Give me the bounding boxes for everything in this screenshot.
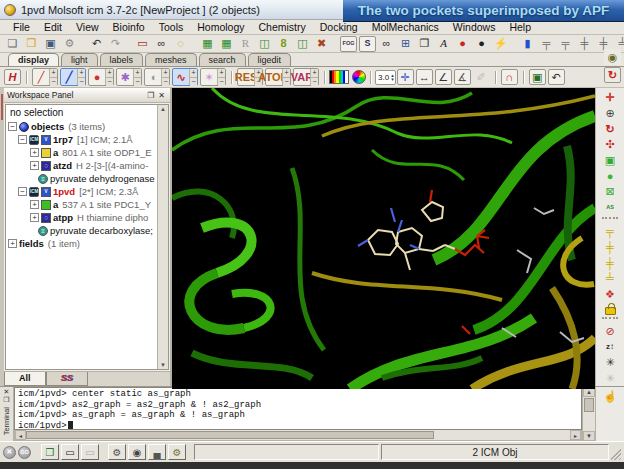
menu-bioinfo[interactable]: Bioinfo <box>106 21 152 33</box>
color-wheel-icon[interactable] <box>352 70 366 84</box>
scroll-left-icon[interactable]: ◂ <box>15 430 26 440</box>
target-center-icon[interactable]: ◉ <box>604 49 621 65</box>
expand-icon[interactable]: + <box>30 161 39 170</box>
scroll-right-icon[interactable]: ▸ <box>570 430 581 440</box>
terminal-vscrollbar[interactable]: ▲ ▼ <box>582 387 595 441</box>
surface-fan-icon[interactable]: ❖ <box>600 287 620 303</box>
tree-row-chain-a-1pvd[interactable]: + a 537 A 1 site PDC1_Y <box>8 198 157 211</box>
terminal-close-icon[interactable]: ✕ <box>2 388 12 396</box>
menu-chemistry[interactable]: Chemistry <box>252 21 313 33</box>
radius-spinner[interactable]: 3.0▴▾ <box>375 70 396 85</box>
tab-light[interactable]: light <box>61 53 98 66</box>
menu-edit[interactable]: Edit <box>37 21 69 33</box>
terminal-hscrollbar[interactable]: ◂ ▸ <box>14 430 582 441</box>
fog-toggle[interactable]: FOG <box>340 36 357 52</box>
slab-on-icon[interactable]: ▮ <box>519 36 536 52</box>
restore-view-icon[interactable]: ↶ <box>548 69 565 85</box>
mesh-select-icon[interactable]: ⊠ <box>600 184 620 200</box>
tree-row-dehydrogenase[interactable]: ≡ pyruvate dehydrogenase <box>8 172 157 185</box>
spin-down-icon[interactable]: ▾ <box>391 77 394 82</box>
workspace-close-icon[interactable]: ✕ <box>156 91 167 100</box>
hscroll-thumb[interactable] <box>26 431 434 439</box>
move-tool-icon[interactable]: ✛ <box>600 90 620 106</box>
clip-back-icon[interactable]: ╧ <box>600 271 620 287</box>
undo-icon[interactable]: ↶ <box>88 36 105 52</box>
find-icon[interactable]: ∞ <box>153 36 170 52</box>
collapse-icon[interactable]: − <box>8 122 17 131</box>
scroll-up-icon[interactable]: ▲ <box>160 106 166 112</box>
expand-icon[interactable]: + <box>8 239 17 248</box>
workspace-pin-icon[interactable]: ❐ <box>145 91 156 100</box>
title-bar[interactable]: 1pvd Molsoft icm 3.7-2c [NewProject ] (2… <box>0 0 624 20</box>
go-button[interactable]: GO <box>18 446 31 459</box>
expand-icon[interactable]: + <box>30 213 39 222</box>
terminal-pin-icon[interactable]: ❐ <box>1 396 11 404</box>
var-label-button[interactable]: VAR+− <box>293 68 319 86</box>
slab-front2-icon[interactable]: ╤ <box>557 36 574 52</box>
tab-display[interactable]: display <box>8 53 59 66</box>
tree-row-fields[interactable]: + fields (1 item) <box>8 237 157 250</box>
tab-ss[interactable]: SS <box>46 372 88 386</box>
redo-icon[interactable]: ↷ <box>107 36 124 52</box>
expand-icon[interactable]: + <box>30 148 39 157</box>
select-sphere-icon[interactable]: ● <box>600 168 620 184</box>
center-view-icon[interactable]: ✛ <box>397 69 414 85</box>
collapse-icon[interactable]: − <box>18 187 27 196</box>
tree-row-atpp[interactable]: + ○ atpp H thiamine dipho <box>8 211 157 224</box>
clip-mid2-icon[interactable]: ╪ <box>600 255 620 271</box>
expand-icon[interactable]: + <box>30 200 39 209</box>
render-view-button[interactable]: ◉ <box>128 444 146 460</box>
binoculars-icon[interactable]: ∞ <box>378 36 395 52</box>
duplicate-window-icon[interactable]: ❐ <box>416 36 433 52</box>
slab-mid-icon[interactable]: ╪ <box>576 36 593 52</box>
xstick-icon[interactable]: H <box>4 69 21 85</box>
zoom-tool-icon[interactable]: ⊕ <box>600 106 620 122</box>
stereo-toggle-icon[interactable]: S <box>359 36 376 52</box>
effects-gear-button[interactable]: ⚙ <box>168 444 186 460</box>
tab-meshes[interactable]: meshes <box>145 53 197 66</box>
dock-handle[interactable] <box>0 88 4 386</box>
workspace-toggle-button[interactable]: ❒ <box>41 444 59 460</box>
distance-measure-icon[interactable]: ↔ <box>416 69 433 85</box>
pivot-tool-icon[interactable]: ✣ <box>600 137 620 153</box>
atom-label-button[interactable]: ATOM+− <box>265 68 291 86</box>
select-box-icon[interactable]: ▣ <box>600 153 620 169</box>
terminal-toggle-button[interactable]: ▭ <box>61 444 79 460</box>
rep-cpk-button[interactable]: ✱+− <box>116 68 142 86</box>
menu-help[interactable]: Help <box>502 21 538 33</box>
clip-front-icon[interactable]: ╤ <box>600 224 620 240</box>
scroll-down-icon[interactable]: ▼ <box>583 431 595 441</box>
snapshot-icon[interactable]: ▭ <box>134 36 151 52</box>
red-sphere-icon[interactable]: ● <box>454 36 471 52</box>
dihedral-measure-icon[interactable]: ∡ <box>454 69 471 85</box>
mouse-mode-button[interactable]: ▄ <box>148 444 166 460</box>
antialias-off-icon[interactable]: ⚡ <box>492 36 509 52</box>
rotate-tool-icon[interactable]: ↻ <box>600 121 620 137</box>
as-graph-icon[interactable]: AS <box>600 200 620 216</box>
menu-tools[interactable]: Tools <box>152 21 191 33</box>
tree-row-chain-a-1rp7[interactable]: + a 801 A 1 site ODP1_E <box>8 146 157 159</box>
tab-labels[interactable]: labels <box>100 53 144 66</box>
vscroll-thumb[interactable] <box>584 398 594 412</box>
terminal-main[interactable]: icm/1pvd> center static as_graph icm/1pv… <box>14 387 582 441</box>
lock-icon[interactable] <box>605 307 616 314</box>
rep-ball-button[interactable]: ●+− <box>88 68 114 86</box>
z-clip-tool-icon[interactable]: z↕ <box>600 339 620 355</box>
save-view-icon[interactable]: ▣ <box>529 69 546 85</box>
tab-search[interactable]: search <box>199 53 246 66</box>
collapse-icon[interactable]: − <box>18 135 27 144</box>
alignment-icon[interactable]: 8 <box>275 36 292 52</box>
rep-surface-button[interactable]: ◖+− <box>144 68 170 86</box>
rep-wire-button[interactable]: ╱+− <box>32 68 58 86</box>
save-icon[interactable]: ▣ <box>42 36 59 52</box>
menu-file[interactable]: File <box>6 21 37 33</box>
angle-measure-icon[interactable]: ∠ <box>435 69 452 85</box>
tab-all[interactable]: All <box>4 372 46 386</box>
spark-tool-icon[interactable]: ✳ <box>600 355 620 371</box>
table-import-icon[interactable]: ▦ <box>199 36 216 52</box>
grab-hand-icon[interactable]: ☝ <box>602 388 619 404</box>
clip-mid-icon[interactable]: ╪ <box>600 240 620 256</box>
rep-stick-button[interactable]: ╱+− <box>60 68 86 86</box>
menu-homology[interactable]: Homology <box>190 21 251 33</box>
lasso-select-icon[interactable]: ◌ <box>172 36 189 52</box>
